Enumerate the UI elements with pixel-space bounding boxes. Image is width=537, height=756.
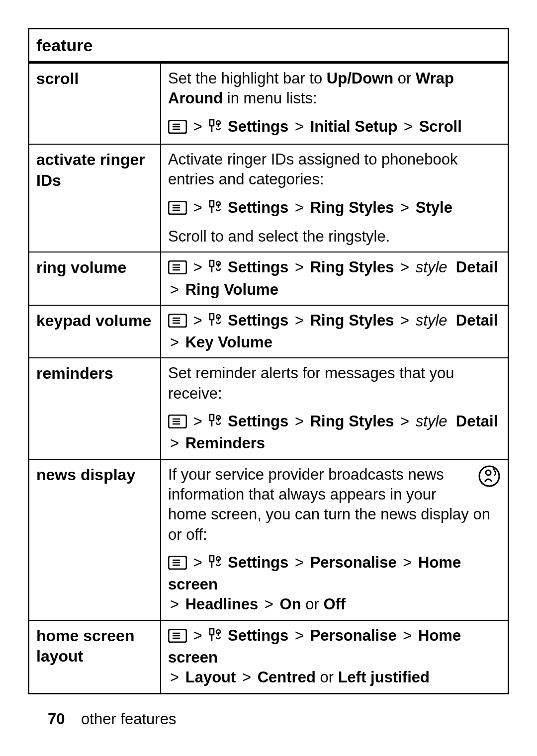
- nav-item: Settings: [228, 554, 288, 571]
- nav-item-italic: style: [416, 312, 448, 329]
- nav-item: Settings: [228, 413, 288, 430]
- menu-icon: [168, 628, 187, 648]
- menu-icon: [168, 119, 187, 139]
- menu-icon: [168, 200, 187, 220]
- operator-icon: [478, 465, 501, 493]
- nav-item: Layout: [185, 669, 236, 686]
- nav-item: Key Volume: [185, 334, 272, 351]
- svg-point-31: [486, 470, 491, 475]
- feature-desc-cell: > Settings > Ring Styles > style Detail …: [161, 252, 509, 305]
- nav-path: > Settings > Ring Styles > style Detail …: [168, 412, 501, 454]
- feature-name: scroll: [29, 63, 161, 144]
- nav-item: Centred: [258, 669, 316, 686]
- nav-item: Ring Volume: [185, 281, 278, 298]
- manual-page: feature scroll Set the highlight bar to …: [0, 0, 537, 756]
- nav-item: Detail: [456, 413, 498, 430]
- table-row: scroll Set the highlight bar to Up/Down …: [29, 63, 509, 144]
- table-row: activate ringer IDs Activate ringer IDs …: [29, 144, 509, 252]
- nav-item: Detail: [456, 258, 498, 276]
- svg-rect-37: [210, 556, 214, 562]
- feature-desc: Set the highlight bar to Up/Down or Wrap…: [168, 69, 501, 109]
- svg-rect-22: [210, 314, 214, 320]
- nav-path: > Settings > Ring Styles > style Detail …: [168, 311, 501, 353]
- nav-item: Style: [416, 199, 452, 216]
- settings-tool-icon: [208, 414, 223, 433]
- nav-item: Settings: [228, 627, 288, 644]
- feature-name: home screen layout: [29, 620, 161, 693]
- feature-desc-cell: Activate ringer IDs assigned to phoneboo…: [161, 144, 509, 252]
- settings-tool-icon: [208, 313, 223, 333]
- page-footer: 70 other features: [48, 710, 176, 728]
- text: or: [393, 70, 416, 87]
- nav-item: Ring Styles: [310, 312, 394, 329]
- text: or: [301, 595, 324, 613]
- settings-tool-icon: [208, 119, 223, 139]
- nav-item: Settings: [228, 312, 288, 329]
- svg-rect-28: [210, 415, 214, 420]
- svg-rect-10: [210, 201, 214, 207]
- table-header-row: feature: [29, 29, 509, 63]
- table-row: ring volume > Settings > Ring Styles > s…: [29, 252, 509, 305]
- settings-tool-icon: [208, 555, 223, 575]
- feature-name: news display: [29, 459, 161, 620]
- nav-item: Ring Styles: [310, 258, 394, 276]
- feature-name: activate ringer IDs: [29, 144, 161, 252]
- feature-desc-cell: > Settings > Personalise > Home screen >…: [161, 620, 509, 693]
- header-feature: feature: [29, 29, 509, 63]
- feature-desc: Set reminder alerts for messages that yo…: [168, 363, 501, 404]
- menu-icon: [168, 555, 187, 575]
- svg-rect-4: [210, 120, 214, 126]
- feature-name: keypad volume: [29, 305, 161, 358]
- text: or: [316, 669, 338, 686]
- menu-icon: [168, 414, 187, 433]
- settings-tool-icon: [208, 628, 223, 648]
- section-title: other features: [81, 710, 176, 728]
- nav-item: Personalise: [310, 627, 397, 644]
- nav-item: Headlines: [185, 595, 258, 613]
- text: in menu lists:: [223, 89, 317, 107]
- nav-item: Ring Styles: [310, 199, 394, 216]
- svg-point-30: [479, 466, 499, 486]
- nav-item: Settings: [228, 258, 288, 276]
- nav-item: Ring Styles: [310, 413, 394, 430]
- nav-path: > Settings > Personalise > Home screen >…: [168, 553, 501, 615]
- nav-item: Left justified: [338, 669, 430, 686]
- menu-icon: [168, 313, 187, 333]
- menu-icon: [168, 259, 187, 279]
- table-row: keypad volume > Settings > Ring Styles >…: [29, 305, 509, 358]
- nav-item: Reminders: [185, 434, 265, 452]
- after-text: Scroll to and select the ringstyle.: [168, 227, 501, 247]
- text-bold: Up/Down: [327, 70, 393, 87]
- feature-desc-cell: Set reminder alerts for messages that yo…: [161, 358, 509, 459]
- table-row: news display If your service provider br…: [29, 459, 509, 620]
- feature-desc-cell: If your service provider broadcasts news…: [161, 459, 509, 620]
- page-number: 70: [48, 710, 65, 728]
- nav-item-italic: style: [416, 413, 448, 430]
- nav-item: Initial Setup: [310, 118, 398, 135]
- feature-name: reminders: [29, 358, 161, 459]
- nav-path: > Settings > Ring Styles > Style: [168, 198, 501, 220]
- nav-item: Personalise: [310, 554, 397, 571]
- nav-path: > Settings > Ring Styles > style Detail …: [168, 257, 501, 300]
- nav-item: Scroll: [419, 118, 462, 135]
- nav-path: > Settings > Initial Setup > Scroll: [168, 117, 501, 139]
- settings-tool-icon: [208, 259, 223, 279]
- nav-item: Settings: [228, 118, 288, 135]
- nav-item: On: [280, 595, 301, 613]
- nav-path: > Settings > Personalise > Home screen >…: [168, 626, 501, 688]
- table-row: reminders Set reminder alerts for messag…: [29, 358, 509, 459]
- feature-table: feature scroll Set the highlight bar to …: [28, 28, 509, 694]
- table-row: home screen layout > Settings > Personal…: [29, 620, 509, 693]
- feature-desc-cell: Set the highlight bar to Up/Down or Wrap…: [161, 63, 509, 144]
- text: Set the highlight bar to: [168, 70, 327, 87]
- settings-tool-icon: [208, 200, 223, 220]
- nav-item: Off: [323, 595, 346, 613]
- svg-rect-16: [210, 260, 214, 266]
- nav-item-italic: style: [416, 258, 448, 276]
- feature-desc: Activate ringer IDs assigned to phoneboo…: [168, 150, 501, 190]
- feature-name: ring volume: [29, 252, 161, 305]
- nav-item: Detail: [456, 312, 498, 329]
- svg-rect-43: [210, 629, 214, 635]
- feature-desc: If your service provider broadcasts news…: [168, 465, 501, 545]
- nav-item: Settings: [228, 199, 288, 216]
